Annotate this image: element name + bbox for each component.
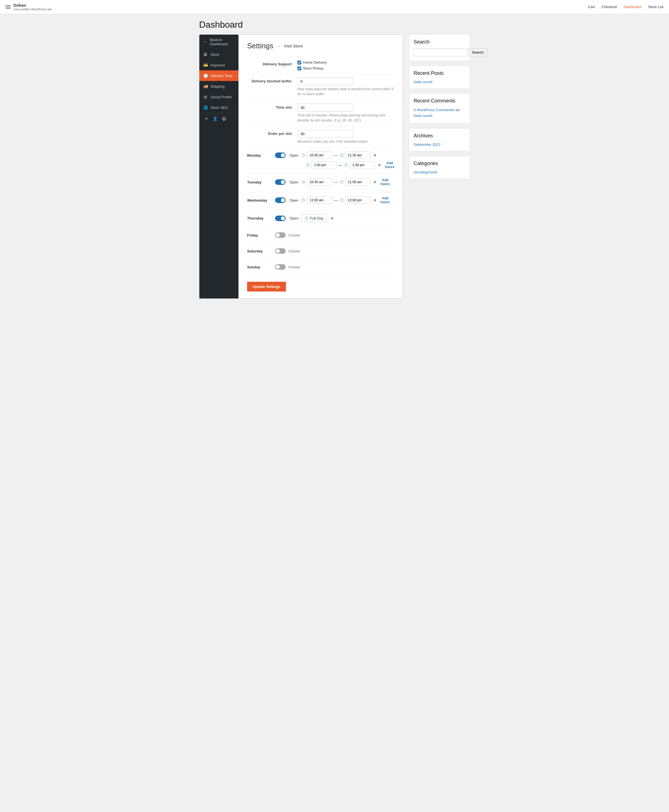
monday-end-1[interactable] xyxy=(345,151,370,159)
sidebar-bottom: ✏ 👤 ⏻ xyxy=(199,113,239,124)
clock-icon-tue1: 🕐 xyxy=(301,180,306,184)
brand-info: Dokan Just another WordPress site xyxy=(13,3,52,11)
store-icon: 🏛 xyxy=(203,52,208,57)
payment-icon: 💳 xyxy=(203,63,208,67)
sidebar-item-store[interactable]: 🏛 Store xyxy=(199,49,239,60)
page-wrapper: Dashboard ← Back to Dashboard 🏛 Store xyxy=(195,20,474,299)
wednesday-toggle[interactable] xyxy=(275,197,286,203)
sidebar-label-seo: Store SEO xyxy=(210,106,228,110)
settings-header: Settings → Visit Store xyxy=(247,42,394,50)
clock-icon-mon2b: 🕐 xyxy=(344,163,348,167)
settings-title: Settings xyxy=(247,42,273,50)
thursday-remove[interactable]: ✕ xyxy=(329,215,335,221)
wednesday-open-label: Open xyxy=(289,198,299,202)
wednesday-remove-1[interactable]: ✕ xyxy=(372,197,378,203)
sidebar-item-delivery-time[interactable]: 🕐 Delivery Time xyxy=(199,71,239,81)
home-delivery-checkbox[interactable] xyxy=(298,61,301,64)
monday-remove-2[interactable]: ✕ xyxy=(377,162,382,168)
thursday-open-label: Open xyxy=(289,216,299,220)
wednesday-end-1[interactable] xyxy=(345,197,370,204)
saturday-closed-label: Closed xyxy=(288,249,299,253)
thursday-row: Thursday Open 🕐 Full Day ✕ xyxy=(247,214,394,222)
clock-icon-mon2: 🕐 xyxy=(306,163,310,167)
order-per-slot-content: Maximum orders per slot. 0 for unlimited… xyxy=(298,130,394,144)
visit-store-link[interactable]: Visit Store xyxy=(284,44,303,48)
brand-area: Dokan Just another WordPress site xyxy=(5,3,52,11)
main-layout: ← Back to Dashboard 🏛 Store 💳 Payment 🕐 … xyxy=(199,34,470,299)
monday-time-block-2: 🕐 — 🕐 ✕ xyxy=(306,161,382,169)
sunday-label: Sunday xyxy=(247,265,272,269)
page-title: Dashboard xyxy=(199,20,470,30)
sidebar-label-store: Store xyxy=(210,52,219,57)
monday-toggle[interactable] xyxy=(275,153,286,158)
back-icon: ← xyxy=(203,40,207,44)
thursday-toggle[interactable] xyxy=(275,215,286,221)
tuesday-label: Tuesday xyxy=(247,180,272,184)
nav-store-list[interactable]: Store List xyxy=(648,5,664,9)
tuesday-start-1[interactable] xyxy=(307,178,332,186)
time-slot-input[interactable] xyxy=(298,104,353,112)
tuesday-toggle[interactable] xyxy=(275,179,286,185)
time-slot-row: Time slot Time slot in minutes. Please k… xyxy=(247,100,394,126)
clock-icon-mon1: 🕐 xyxy=(301,153,306,157)
delivery-blocked-input[interactable] xyxy=(298,77,353,86)
tuesday-add-hours[interactable]: Addhours xyxy=(381,178,390,186)
sidebar-item-payment[interactable]: 💳 Payment xyxy=(199,60,239,71)
nav-checkout[interactable]: Checkout xyxy=(602,5,617,9)
sunday-toggle[interactable] xyxy=(275,264,286,270)
sidebar-item-shipping[interactable]: 🚚 Shipping xyxy=(199,81,239,92)
sidebar-label-social: Social Profile xyxy=(210,95,232,99)
hamburger-menu[interactable] xyxy=(5,5,11,8)
archives-sep-2022[interactable]: September 2022 xyxy=(414,143,440,146)
store-pickup-checkbox-label[interactable]: Store Pickup xyxy=(298,66,394,71)
home-delivery-checkbox-label[interactable]: Home Delivery xyxy=(298,61,394,64)
delivery-support-checkboxes: Home Delivery Store Pickup xyxy=(298,61,394,71)
clock-icon-mon1b: 🕐 xyxy=(340,153,344,157)
edit-icon[interactable]: ✏ xyxy=(203,115,210,122)
search-button[interactable]: Search xyxy=(468,48,487,56)
social-icon: ⊞ xyxy=(203,95,208,99)
category-uncategorized[interactable]: Uncategorized xyxy=(414,170,437,174)
user-icon[interactable]: 👤 xyxy=(211,115,219,122)
monday-add-hours[interactable]: Addhours xyxy=(385,161,394,169)
wednesday-section: Wednesday Open 🕐 — 🕐 ✕ Addh xyxy=(247,192,394,210)
search-input[interactable] xyxy=(414,48,467,56)
tuesday-row: Tuesday Open 🕐 — 🕐 ✕ Addhou xyxy=(247,178,394,186)
order-per-slot-input[interactable] xyxy=(298,130,353,138)
nav-dashboard[interactable]: Dashboard xyxy=(624,5,641,9)
delivery-support-label: Delivery Support xyxy=(247,61,298,66)
monday-remove-1[interactable]: ✕ xyxy=(372,153,378,158)
delivery-blocked-label: Delivery blocked buffer xyxy=(247,77,298,83)
monday-end-2[interactable] xyxy=(350,161,375,169)
store-pickup-checkbox[interactable] xyxy=(298,66,301,71)
comment-post-link[interactable]: Hello world! xyxy=(414,114,432,118)
commenter-link[interactable]: A WordPress Commenter xyxy=(414,108,455,112)
recent-post-hello-world[interactable]: Hello world! xyxy=(414,80,432,84)
delivery-blocked-content: How many days the delivery date is block… xyxy=(298,77,394,97)
monday-row: Monday Open 🕐 — 🕐 ✕ xyxy=(247,151,394,159)
sidebar-item-back-dashboard[interactable]: ← Back to Dashboard xyxy=(199,35,239,49)
wednesday-add-hours[interactable]: Addhours xyxy=(381,196,390,204)
shipping-icon: 🚚 xyxy=(203,84,208,89)
saturday-toggle[interactable] xyxy=(275,248,286,254)
sidebar-item-store-seo[interactable]: 🌐 Store SEO xyxy=(199,102,239,113)
monday-start-2[interactable] xyxy=(312,161,337,169)
friday-closed-label: Closed xyxy=(288,233,299,237)
friday-toggle[interactable] xyxy=(275,232,286,238)
time-slot-help: Time slot in minutes. Please keep openin… xyxy=(298,113,394,123)
monday-section: Monday Open 🕐 — 🕐 ✕ xyxy=(247,148,394,174)
tuesday-remove-1[interactable]: ✕ xyxy=(372,179,378,185)
sidebar-item-social-profile[interactable]: ⊞ Social Profile xyxy=(199,92,239,102)
monday-start-1[interactable] xyxy=(307,151,332,159)
delivery-blocked-row: Delivery blocked buffer How many days th… xyxy=(247,74,394,100)
saturday-row: Saturday Closed xyxy=(247,248,394,254)
settings-panel: Settings → Visit Store Delivery Support … xyxy=(239,35,403,299)
search-row: Search xyxy=(414,48,466,56)
tuesday-section: Tuesday Open 🕐 — 🕐 ✕ Addhou xyxy=(247,174,394,192)
order-per-slot-help: Maximum orders per slot. 0 for unlimited… xyxy=(298,139,394,144)
tuesday-end-1[interactable] xyxy=(345,178,370,186)
update-settings-button[interactable]: Update Settings xyxy=(247,282,286,291)
wednesday-start-1[interactable] xyxy=(307,197,332,204)
nav-cart[interactable]: Cart xyxy=(588,5,595,9)
power-icon[interactable]: ⏻ xyxy=(220,115,228,122)
